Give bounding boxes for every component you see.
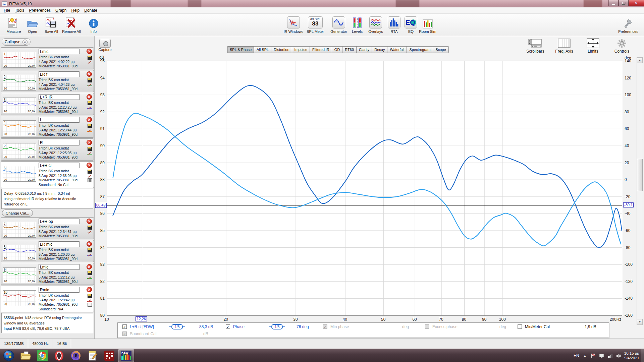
graph-vertical-scrollbar[interactable]: ▲ ▼ <box>637 57 643 325</box>
scroll-down-icon[interactable]: ▼ <box>637 319 643 325</box>
trace-color-icon[interactable] <box>87 231 92 233</box>
trace-color-icon[interactable] <box>87 253 92 256</box>
collapse-button[interactable]: Collapse « <box>2 38 31 46</box>
measurement-name-input[interactable] <box>39 117 79 123</box>
save-icon[interactable] <box>88 170 92 174</box>
restore-button[interactable] <box>619 0 629 6</box>
save-icon[interactable] <box>88 248 92 252</box>
tab-distortion[interactable]: Distortion <box>271 46 292 53</box>
tab-spectrogram[interactable]: Spectrogram <box>407 46 433 53</box>
phase-checkbox[interactable]: ✓ <box>226 324 230 329</box>
soundcard-cal-checkbox[interactable]: ✓ <box>122 331 127 336</box>
tab-scope[interactable]: Scope <box>433 46 448 53</box>
taskbar-explorer-icon[interactable] <box>17 349 34 362</box>
room-sim-button[interactable]: Room Sim <box>416 16 439 34</box>
delete-measurement-button[interactable]: ✕ <box>87 94 92 100</box>
measurement-item-lr-f[interactable]: 22020,0k✕Triton BK corr.mdat4 Απρ 2021 4… <box>1 70 94 92</box>
measurement-item-l-r-cl[interactable]: 62020,0k✕Triton BK corr.mdat5 Απρ 2021 1… <box>1 161 94 188</box>
menu-tools[interactable]: Tools <box>12 7 26 13</box>
remove-all-button[interactable]: Remove All <box>60 16 83 34</box>
scrollbar-thumb[interactable] <box>637 159 643 191</box>
trace-color-icon[interactable] <box>87 129 92 132</box>
controls-button[interactable]: Controls <box>610 38 634 54</box>
menu-graph[interactable]: Graph <box>53 7 69 13</box>
tab-spl-phase[interactable]: SPL & Phase <box>227 46 254 53</box>
menu-donate[interactable]: Donate <box>82 7 100 13</box>
spl-phase-plot[interactable] <box>107 61 622 316</box>
tab-filtered-ir[interactable]: Filtered IR <box>310 46 332 53</box>
tab-all-spl[interactable]: All SPL <box>254 46 271 53</box>
min-phase-checkbox[interactable]: ✓ <box>323 324 327 329</box>
clock[interactable]: 10:15 μμ 9/4/2021 <box>624 351 639 360</box>
save-icon[interactable] <box>88 78 92 82</box>
tab-impulse[interactable]: Impulse <box>292 46 310 53</box>
measurement-item-l-r-ir[interactable]: 32020,0k✕Triton BK corr.mdat5 Απρ 2021 1… <box>1 93 94 115</box>
trace-color-icon[interactable] <box>87 61 92 63</box>
taskbar-privacy-browser-icon[interactable] <box>68 349 84 362</box>
measurement-name-input[interactable] <box>39 163 79 168</box>
tab-gd[interactable]: GD <box>332 46 343 53</box>
delete-measurement-button[interactable]: ✕ <box>87 49 92 54</box>
ir-windows-button[interactable]: IR Windows <box>282 16 305 34</box>
show-desktop-button[interactable] <box>641 349 644 362</box>
delete-measurement-button[interactable]: ✕ <box>87 219 92 224</box>
delete-measurement-button[interactable]: ✕ <box>87 163 92 168</box>
measurement-name-input[interactable] <box>39 219 79 224</box>
taskbar-rew-icon[interactable]: REW <box>118 349 134 362</box>
preferences-button[interactable]: Preferences <box>616 16 640 34</box>
measurement-item-rmic[interactable]: 102020,0k✕Triton BK corr.mdat5 Απρ 2021 … <box>1 286 94 312</box>
scrollbars-button[interactable]: Scrollbars <box>523 38 547 54</box>
measurement-name-input[interactable] <box>39 140 79 145</box>
tab-rt60[interactable]: RT60 <box>342 46 357 53</box>
delete-measurement-button[interactable]: ✕ <box>87 264 92 269</box>
save-icon[interactable] <box>88 271 92 275</box>
measurement-name-input[interactable] <box>39 287 79 293</box>
trace-color-icon[interactable] <box>87 299 92 302</box>
measurement-item-l-r-op[interactable]: 72020,0k✕Triton BK corr.mdat5 Απρ 2021 1… <box>1 217 94 239</box>
taskbar-opera-icon[interactable] <box>51 349 67 362</box>
trace-color-icon[interactable] <box>87 152 92 155</box>
fdw-width-button[interactable]: 1/8 <box>171 324 183 329</box>
measurement-item-lr-mic[interactable]: 82020,0k✕Triton BK corr.mdat5 Απρ 2021 1… <box>1 240 94 262</box>
menu-file[interactable]: File <box>1 7 12 13</box>
taskbar-notepad-icon[interactable] <box>85 349 101 362</box>
tab-waterfall[interactable]: Waterfall <box>387 46 407 53</box>
delete-measurement-button[interactable]: ✕ <box>87 287 92 292</box>
save-icon[interactable] <box>88 147 92 151</box>
save-icon[interactable] <box>88 124 92 128</box>
trace-color-icon[interactable] <box>87 276 92 279</box>
scroll-up-icon[interactable]: ▲ <box>637 57 643 63</box>
menu-help[interactable]: Help <box>69 7 82 13</box>
delete-measurement-button[interactable]: ✕ <box>87 140 92 145</box>
measurement-item-r[interactable]: 52020,0k✕Triton BK corr.mdat5 Απρ 2021 1… <box>1 138 94 161</box>
close-button[interactable]: ✕ <box>629 0 644 6</box>
capture-button[interactable]: Capture <box>97 39 113 52</box>
phase-window-button[interactable]: 1/8 <box>271 324 283 329</box>
save-icon[interactable] <box>88 226 92 230</box>
measurement-name-input[interactable] <box>39 241 79 247</box>
volume-tray-icon[interactable] <box>616 353 621 358</box>
measurement-item-lmic[interactable]: 12020,0k✕Triton BK corr.mdat4 Απρ 2021 4… <box>1 47 94 69</box>
taskbar-app-grid-icon[interactable] <box>101 349 117 362</box>
notes-icon[interactable] <box>88 303 92 307</box>
spl-meter-button[interactable]: dB SPL83SPL Meter <box>304 16 327 34</box>
trace-color-icon[interactable] <box>87 106 92 109</box>
trace-checkbox[interactable]: ✓ <box>122 324 127 329</box>
language-indicator[interactable]: EN <box>574 353 579 358</box>
taskbar-start-button[interactable] <box>1 349 17 362</box>
measurement-name-input[interactable] <box>39 94 79 100</box>
hidden-icons-caret[interactable]: ▲ <box>582 353 588 358</box>
measurement-item-l[interactable]: 42020,0k✕Triton BK corr.mdat5 Απρ 2021 1… <box>1 116 94 138</box>
minimize-button[interactable] <box>608 0 619 6</box>
measurement-name-input[interactable] <box>39 71 79 77</box>
taskbar-chrome-icon[interactable] <box>34 349 50 362</box>
save-icon[interactable] <box>88 56 92 60</box>
display-tray-icon[interactable] <box>599 353 604 358</box>
menu-preferences[interactable]: Preferences <box>26 7 53 13</box>
measurement-name-input[interactable] <box>39 264 79 270</box>
notes-icon[interactable] <box>88 178 92 182</box>
delete-measurement-button[interactable]: ✕ <box>87 71 92 77</box>
mic-cal-checkbox[interactable] <box>518 324 522 329</box>
freq-axis-button[interactable]: Freq. Axis <box>552 38 576 54</box>
network-tray-icon[interactable] <box>607 353 613 358</box>
